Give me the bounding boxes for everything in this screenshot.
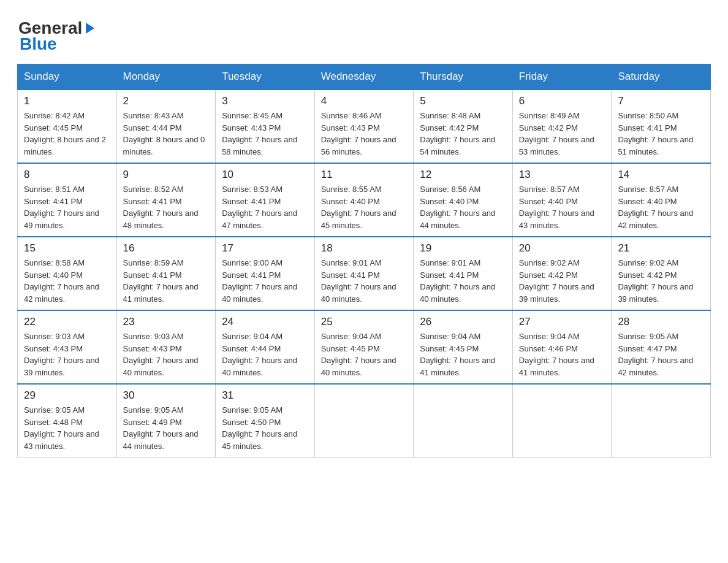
day-info: Sunrise: 9:05 AMSunset: 4:49 PMDaylight:… <box>123 404 210 452</box>
calendar-cell: 22 Sunrise: 9:03 AMSunset: 4:43 PMDaylig… <box>18 310 117 384</box>
calendar-cell <box>314 384 414 458</box>
calendar-week-row: 15 Sunrise: 8:58 AMSunset: 4:40 PMDaylig… <box>18 237 711 310</box>
day-info: Sunrise: 9:00 AMSunset: 4:41 PMDaylight:… <box>222 257 308 305</box>
day-info: Sunrise: 8:59 AMSunset: 4:41 PMDaylight:… <box>123 257 210 305</box>
day-number: 6 <box>519 95 605 107</box>
calendar-cell: 2 Sunrise: 8:43 AMSunset: 4:44 PMDayligh… <box>116 90 216 163</box>
day-number: 4 <box>321 95 408 107</box>
day-number: 20 <box>519 242 605 255</box>
day-info: Sunrise: 9:03 AMSunset: 4:43 PMDaylight:… <box>123 331 210 378</box>
day-info: Sunrise: 9:04 AMSunset: 4:45 PMDaylight:… <box>321 331 408 378</box>
calendar-cell: 11 Sunrise: 8:55 AMSunset: 4:40 PMDaylig… <box>314 163 414 237</box>
calendar-cell: 24 Sunrise: 9:04 AMSunset: 4:44 PMDaylig… <box>216 310 315 384</box>
calendar-cell: 30 Sunrise: 9:05 AMSunset: 4:49 PMDaylig… <box>116 384 216 458</box>
day-info: Sunrise: 8:43 AMSunset: 4:44 PMDaylight:… <box>123 110 210 158</box>
day-number: 1 <box>24 95 110 107</box>
day-number: 25 <box>321 316 408 328</box>
day-info: Sunrise: 8:51 AMSunset: 4:41 PMDaylight:… <box>24 183 110 231</box>
calendar-cell: 28 Sunrise: 9:05 AMSunset: 4:47 PMDaylig… <box>612 310 711 384</box>
day-info: Sunrise: 8:46 AMSunset: 4:43 PMDaylight:… <box>321 110 408 158</box>
day-number: 18 <box>321 242 408 255</box>
day-info: Sunrise: 9:04 AMSunset: 4:46 PMDaylight:… <box>519 331 605 378</box>
day-number: 17 <box>222 242 308 255</box>
day-number: 19 <box>420 242 506 255</box>
day-info: Sunrise: 8:58 AMSunset: 4:40 PMDaylight:… <box>24 257 110 305</box>
day-info: Sunrise: 8:53 AMSunset: 4:41 PMDaylight:… <box>222 183 308 231</box>
day-info: Sunrise: 8:55 AMSunset: 4:40 PMDaylight:… <box>321 183 408 231</box>
calendar-week-row: 1 Sunrise: 8:42 AMSunset: 4:45 PMDayligh… <box>18 90 711 163</box>
calendar-cell: 3 Sunrise: 8:45 AMSunset: 4:43 PMDayligh… <box>216 90 315 163</box>
calendar-cell <box>512 384 612 458</box>
calendar-cell: 18 Sunrise: 9:01 AMSunset: 4:41 PMDaylig… <box>314 237 414 310</box>
weekday-header-thursday: Thursday <box>414 64 513 90</box>
day-number: 8 <box>24 169 110 181</box>
calendar-cell: 7 Sunrise: 8:50 AMSunset: 4:41 PMDayligh… <box>612 90 711 163</box>
calendar-cell: 16 Sunrise: 8:59 AMSunset: 4:41 PMDaylig… <box>116 237 216 310</box>
weekday-header-monday: Monday <box>116 64 216 90</box>
day-info: Sunrise: 9:03 AMSunset: 4:43 PMDaylight:… <box>24 331 110 378</box>
calendar-cell: 8 Sunrise: 8:51 AMSunset: 4:41 PMDayligh… <box>18 163 117 237</box>
day-info: Sunrise: 8:49 AMSunset: 4:42 PMDaylight:… <box>519 110 605 158</box>
weekday-header-wednesday: Wednesday <box>314 64 414 90</box>
calendar-cell: 4 Sunrise: 8:46 AMSunset: 4:43 PMDayligh… <box>314 90 414 163</box>
calendar-cell: 1 Sunrise: 8:42 AMSunset: 4:45 PMDayligh… <box>18 90 117 163</box>
day-number: 22 <box>24 316 110 328</box>
day-number: 31 <box>222 389 308 402</box>
day-number: 28 <box>618 316 704 328</box>
day-number: 30 <box>123 389 210 402</box>
day-info: Sunrise: 9:04 AMSunset: 4:44 PMDaylight:… <box>222 331 308 378</box>
calendar-cell <box>414 384 513 458</box>
calendar-cell: 9 Sunrise: 8:52 AMSunset: 4:41 PMDayligh… <box>116 163 216 237</box>
day-number: 21 <box>618 242 704 255</box>
weekday-header-row: SundayMondayTuesdayWednesdayThursdayFrid… <box>18 64 711 90</box>
day-number: 15 <box>24 242 110 255</box>
day-number: 2 <box>123 95 210 107</box>
day-number: 7 <box>618 95 704 107</box>
day-info: Sunrise: 9:05 AMSunset: 4:50 PMDaylight:… <box>222 404 308 452</box>
day-info: Sunrise: 9:05 AMSunset: 4:47 PMDaylight:… <box>618 331 704 378</box>
calendar-table: SundayMondayTuesdayWednesdayThursdayFrid… <box>17 64 711 458</box>
calendar-cell: 23 Sunrise: 9:03 AMSunset: 4:43 PMDaylig… <box>116 310 216 384</box>
calendar-cell: 14 Sunrise: 8:57 AMSunset: 4:40 PMDaylig… <box>612 163 711 237</box>
day-info: Sunrise: 8:52 AMSunset: 4:41 PMDaylight:… <box>123 183 210 231</box>
day-info: Sunrise: 8:50 AMSunset: 4:41 PMDaylight:… <box>618 110 704 158</box>
calendar-cell: 6 Sunrise: 8:49 AMSunset: 4:42 PMDayligh… <box>512 90 612 163</box>
calendar-week-row: 8 Sunrise: 8:51 AMSunset: 4:41 PMDayligh… <box>18 163 711 237</box>
calendar-cell: 12 Sunrise: 8:56 AMSunset: 4:40 PMDaylig… <box>414 163 513 237</box>
day-info: Sunrise: 9:01 AMSunset: 4:41 PMDaylight:… <box>420 257 506 305</box>
svg-marker-0 <box>86 23 94 34</box>
weekday-header-sunday: Sunday <box>18 64 117 90</box>
day-number: 14 <box>618 169 704 181</box>
calendar-cell: 10 Sunrise: 8:53 AMSunset: 4:41 PMDaylig… <box>216 163 315 237</box>
logo-blue-text: Blue <box>20 34 57 54</box>
page-header: General Blue <box>12 12 716 54</box>
calendar-cell: 26 Sunrise: 9:04 AMSunset: 4:45 PMDaylig… <box>414 310 513 384</box>
weekday-header-tuesday: Tuesday <box>216 64 315 90</box>
calendar-cell: 13 Sunrise: 8:57 AMSunset: 4:40 PMDaylig… <box>512 163 612 237</box>
day-number: 16 <box>123 242 210 255</box>
day-info: Sunrise: 8:48 AMSunset: 4:42 PMDaylight:… <box>420 110 506 158</box>
day-number: 10 <box>222 169 308 181</box>
calendar-cell: 20 Sunrise: 9:02 AMSunset: 4:42 PMDaylig… <box>512 237 612 310</box>
day-number: 26 <box>420 316 506 328</box>
day-info: Sunrise: 8:57 AMSunset: 4:40 PMDaylight:… <box>618 183 704 231</box>
day-number: 13 <box>519 169 605 181</box>
day-number: 5 <box>420 95 506 107</box>
day-info: Sunrise: 9:01 AMSunset: 4:41 PMDaylight:… <box>321 257 408 305</box>
day-info: Sunrise: 8:56 AMSunset: 4:40 PMDaylight:… <box>420 183 506 231</box>
day-info: Sunrise: 9:04 AMSunset: 4:45 PMDaylight:… <box>420 331 506 378</box>
day-number: 27 <box>519 316 605 328</box>
logo-arrow-icon <box>83 21 97 35</box>
calendar-cell: 19 Sunrise: 9:01 AMSunset: 4:41 PMDaylig… <box>414 237 513 310</box>
calendar-cell: 17 Sunrise: 9:00 AMSunset: 4:41 PMDaylig… <box>216 237 315 310</box>
calendar-week-row: 22 Sunrise: 9:03 AMSunset: 4:43 PMDaylig… <box>18 310 711 384</box>
day-number: 11 <box>321 169 408 181</box>
day-number: 3 <box>222 95 308 107</box>
weekday-header-saturday: Saturday <box>612 64 711 90</box>
day-info: Sunrise: 9:02 AMSunset: 4:42 PMDaylight:… <box>618 257 704 305</box>
calendar-cell <box>612 384 711 458</box>
day-info: Sunrise: 9:05 AMSunset: 4:48 PMDaylight:… <box>24 404 110 452</box>
calendar-cell: 21 Sunrise: 9:02 AMSunset: 4:42 PMDaylig… <box>612 237 711 310</box>
day-number: 12 <box>420 169 506 181</box>
calendar-week-row: 29 Sunrise: 9:05 AMSunset: 4:48 PMDaylig… <box>18 384 711 458</box>
